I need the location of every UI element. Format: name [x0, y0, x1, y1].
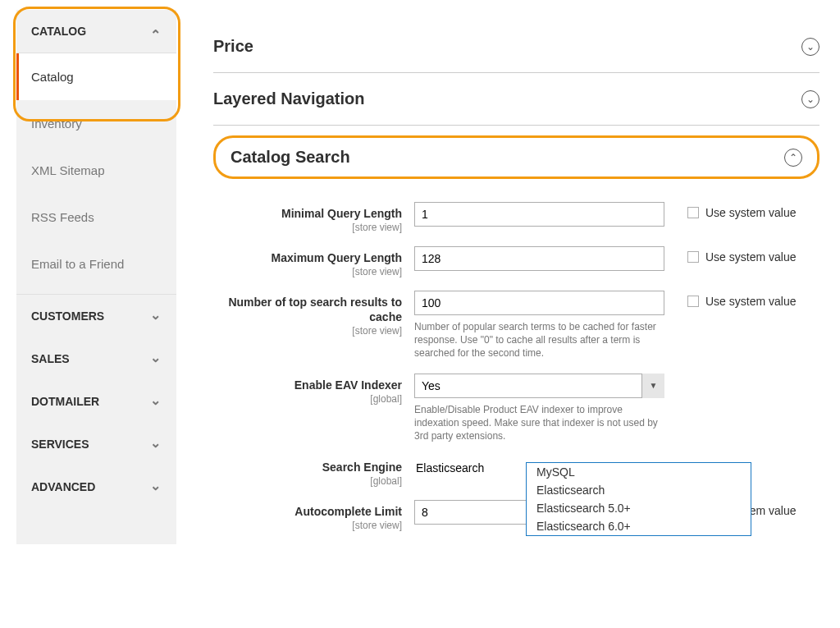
row-eav-indexer: Enable EAV Indexer [global] ▼ Enable/Dis…: [213, 374, 819, 443]
field-scope: [global]: [213, 475, 402, 487]
sidebar-group-catalog[interactable]: CATALOG: [16, 10, 176, 53]
field-label: Autocomplete Limit: [294, 505, 402, 518]
sidebar-group-label: DOTMAILER: [31, 395, 99, 408]
field-label: Search Engine: [322, 461, 402, 474]
chevron-down-icon: [150, 310, 162, 322]
section-title: Layered Navigation: [213, 89, 365, 108]
chevron-down-icon: [150, 438, 162, 450]
chevron-down-icon: [150, 481, 162, 493]
section-title: Price: [213, 37, 253, 56]
sidebar-item-rss-feeds[interactable]: RSS Feeds: [16, 194, 176, 241]
sidebar-group-services[interactable]: SERVICES: [16, 423, 176, 465]
search-engine-value: [414, 456, 513, 480]
field-label: Enable EAV Indexer: [294, 378, 402, 392]
eav-indexer-select[interactable]: [414, 374, 664, 398]
sidebar-group-advanced[interactable]: ADVANCED: [16, 465, 176, 508]
use-system-label: Use system value: [705, 295, 796, 308]
chevron-down-icon: [150, 396, 162, 407]
field-scope: [store view]: [213, 325, 402, 337]
field-label: Number of top search results to cache: [228, 296, 402, 323]
use-system-checkbox[interactable]: [687, 296, 699, 307]
engine-option-mysql[interactable]: MySQL: [527, 463, 751, 481]
min-query-input[interactable]: [414, 202, 664, 227]
row-max-query: Maximum Query Length [store view] Use sy…: [213, 246, 819, 277]
sidebar-group-dotmailer[interactable]: DOTMAILER: [16, 380, 176, 423]
use-system-checkbox[interactable]: [687, 207, 699, 218]
sidebar-group-sales[interactable]: SALES: [16, 337, 176, 380]
row-top-cache: Number of top search results to cache [s…: [213, 291, 819, 360]
chevron-up-icon: [150, 25, 162, 37]
field-label: Maximum Query Length: [272, 251, 402, 264]
sidebar-group-customers[interactable]: CUSTOMERS: [16, 294, 176, 337]
field-hint: Number of popular search terms to be cac…: [414, 320, 664, 360]
field-scope: [store view]: [213, 520, 402, 531]
sidebar-group-label: ADVANCED: [31, 480, 95, 493]
sidebar-item-xml-sitemap[interactable]: XML Sitemap: [16, 147, 176, 194]
sidebar-group-label: SERVICES: [31, 438, 89, 451]
section-price[interactable]: Price ⌄: [213, 21, 819, 73]
sidebar: CATALOG Catalog Inventory XML Sitemap RS…: [16, 10, 176, 544]
sidebar-group-label: SALES: [31, 352, 70, 365]
section-catalog-search[interactable]: Catalog Search ⌃: [213, 135, 819, 179]
row-min-query: Minimal Query Length [store view] Use sy…: [213, 202, 819, 233]
expand-icon: ⌄: [801, 90, 819, 108]
section-layered-nav[interactable]: Layered Navigation ⌄: [213, 73, 819, 126]
sidebar-group-label: CUSTOMERS: [31, 309, 104, 323]
field-scope: [store view]: [213, 222, 402, 233]
engine-option-elasticsearch5[interactable]: Elasticsearch 5.0+: [527, 499, 751, 517]
field-scope: [store view]: [213, 266, 402, 277]
expand-icon: ⌄: [801, 38, 819, 56]
sidebar-item-inventory[interactable]: Inventory: [16, 100, 176, 147]
section-title: Catalog Search: [231, 148, 350, 167]
use-system-label: Use system value: [705, 206, 796, 219]
engine-option-elasticsearch6[interactable]: Elasticsearch 6.0+: [527, 517, 751, 535]
search-engine-dropdown[interactable]: MySQL Elasticsearch Elasticsearch 5.0+ E…: [526, 462, 751, 536]
use-system-checkbox[interactable]: [687, 251, 699, 263]
field-label: Minimal Query Length: [281, 207, 402, 220]
sidebar-catalog-items: Catalog Inventory XML Sitemap RSS Feeds …: [16, 53, 176, 294]
top-cache-input[interactable]: [414, 291, 664, 315]
max-query-input[interactable]: [414, 246, 664, 271]
sidebar-item-catalog[interactable]: Catalog: [16, 53, 176, 100]
chevron-down-icon: [150, 353, 162, 364]
use-system-label: Use system value: [705, 250, 796, 264]
collapse-icon: ⌃: [784, 149, 802, 167]
sidebar-item-email-friend[interactable]: Email to a Friend: [16, 241, 176, 287]
engine-option-elasticsearch[interactable]: Elasticsearch: [527, 481, 751, 499]
field-scope: [global]: [213, 393, 402, 405]
sidebar-group-label: CATALOG: [31, 25, 86, 38]
field-hint: Enable/Disable Product EAV indexer to im…: [414, 403, 664, 443]
